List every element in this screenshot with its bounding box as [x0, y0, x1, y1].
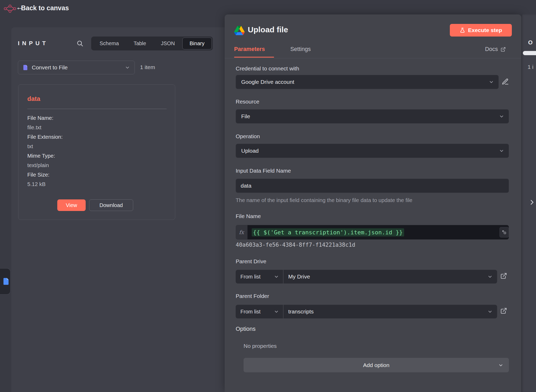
binary-fields: File Name: file.txt File Extension: txt …	[27, 113, 63, 189]
tab-settings[interactable]: Settings	[290, 46, 311, 53]
output-panel-title: O	[528, 39, 535, 46]
output-item-count: 1 i	[528, 64, 533, 70]
parent-drive-select[interactable]: My Drive	[284, 270, 497, 283]
input-data-field-input[interactable]	[236, 179, 509, 193]
page: ← Back to canvas INPUT Schema Table JSON…	[0, 0, 536, 392]
tab-json[interactable]: JSON	[153, 38, 182, 49]
output-panel-partial: O 1 i	[521, 14, 536, 392]
chevron-down-icon	[274, 274, 279, 280]
flask-icon	[460, 27, 465, 33]
binary-field-label: Mime Type:	[27, 151, 63, 161]
chevron-right-icon[interactable]	[528, 198, 536, 206]
input-item-count: 1 item	[140, 64, 155, 70]
chevron-down-icon	[487, 274, 493, 280]
options-label: Options	[236, 326, 256, 332]
chevron-down-icon	[125, 65, 130, 70]
open-parent-folder-icon[interactable]	[500, 307, 507, 314]
input-panel: INPUT Schema Table JSON Binary Convert t…	[11, 27, 225, 392]
binary-field-label: File Size:	[27, 170, 63, 179]
input-source-label: Convert to File	[32, 64, 68, 71]
parent-drive-value: My Drive	[288, 274, 310, 280]
tab-parameters[interactable]: Parameters	[234, 46, 265, 53]
divider	[27, 109, 167, 109]
execute-step-label: Execute step	[468, 27, 502, 33]
expression-result: 40a603a3-fe56-4384-8ff7-f14221a38c1d	[236, 242, 355, 248]
display-mode-tabs: Schema Table JSON Binary	[91, 37, 213, 50]
parent-folder-select[interactable]: transcripts	[284, 305, 497, 318]
canvas-node-partial[interactable]	[0, 268, 11, 295]
chevron-down-icon	[499, 148, 504, 154]
chevron-down-icon	[498, 362, 504, 368]
back-to-canvas-link[interactable]: Back to canvas	[21, 4, 69, 12]
operation-value: Upload	[241, 148, 259, 154]
view-button[interactable]: View	[57, 199, 86, 211]
chevron-down-icon	[487, 309, 493, 314]
from-list-label: From list	[240, 274, 261, 280]
parent-drive-mode-select[interactable]: From list	[236, 270, 283, 283]
chevron-down-icon	[274, 309, 279, 314]
binary-field-value: txt	[27, 142, 63, 151]
tab-table[interactable]: Table	[126, 38, 153, 49]
credential-label: Credential to connect with	[236, 65, 299, 72]
expression-code: {{ $('Get a transcription').item.json.id…	[252, 228, 404, 236]
open-expression-editor-icon	[502, 230, 507, 235]
tab-binary[interactable]: Binary	[182, 38, 212, 49]
google-drive-icon	[234, 26, 245, 35]
output-header-pill	[523, 51, 536, 55]
credential-select[interactable]: Google Drive account	[236, 75, 499, 89]
file-name-label: File Name	[236, 213, 261, 220]
divider	[225, 58, 521, 58]
file-icon	[2, 276, 10, 287]
binary-key: data	[27, 95, 40, 102]
add-option-label: Add option	[363, 362, 389, 368]
credential-value: Google Drive account	[241, 79, 294, 85]
parent-folder-label: Parent Folder	[236, 293, 269, 300]
binary-field-value: file.txt	[27, 123, 63, 132]
active-tab-indicator	[234, 57, 274, 58]
n8n-logo-icon	[3, 4, 17, 14]
binary-field-label: File Extension:	[27, 132, 63, 142]
add-option-button[interactable]: Add option	[244, 358, 509, 372]
expression-fx-badge: fx	[236, 225, 247, 240]
binary-data-card: data File Name: file.txt File Extension:…	[18, 84, 175, 220]
tab-schema[interactable]: Schema	[92, 38, 126, 49]
download-button[interactable]: Download	[89, 199, 133, 211]
node-title: Upload file	[248, 25, 288, 34]
chevron-down-icon	[488, 79, 494, 85]
no-properties-text: No properties	[244, 343, 277, 349]
input-data-field-label: Input Data Field Name	[236, 167, 291, 174]
open-parent-drive-icon[interactable]	[500, 272, 507, 279]
binary-field-value: 5.12 kB	[27, 179, 63, 189]
node-detail-panel: Upload file Execute step Parameters Sett…	[225, 14, 521, 392]
docs-label: Docs	[485, 46, 498, 53]
resource-select[interactable]: File	[236, 109, 509, 123]
parent-folder-value: transcripts	[288, 308, 314, 315]
parent-drive-label: Parent Drive	[236, 258, 266, 265]
from-list-label: From list	[240, 309, 261, 315]
file-name-expression-input[interactable]: {{ $('Get a transcription').item.json.id…	[247, 225, 509, 240]
binary-field-value: text/plain	[27, 161, 63, 170]
resource-value: File	[241, 113, 250, 120]
input-data-field-hint: The name of the input field containing t…	[236, 197, 412, 203]
resource-label: Resource	[236, 98, 259, 105]
convert-to-file-icon	[22, 64, 29, 71]
operation-label: Operation	[236, 133, 260, 140]
operation-select[interactable]: Upload	[236, 144, 509, 158]
chevron-down-icon	[499, 114, 504, 119]
binary-field-label: File Name:	[27, 113, 63, 123]
input-source-select[interactable]: Convert to File	[18, 61, 135, 74]
input-panel-title: INPUT	[18, 40, 48, 47]
parent-folder-mode-select[interactable]: From list	[236, 305, 283, 318]
docs-link[interactable]: Docs	[485, 46, 506, 53]
search-icon[interactable]	[76, 40, 84, 47]
edit-credential-icon[interactable]	[502, 78, 509, 85]
external-link-icon	[501, 47, 506, 52]
open-expression-editor-button[interactable]	[499, 227, 509, 238]
execute-step-button[interactable]: Execute step	[450, 24, 512, 37]
